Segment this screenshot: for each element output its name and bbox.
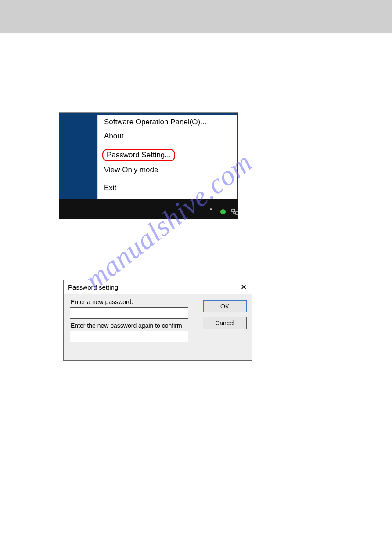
menu-item-sop[interactable]: Software Operation Panel(O)... bbox=[98, 115, 237, 129]
cancel-button[interactable]: Cancel bbox=[203, 317, 247, 329]
menu-item-exit[interactable]: Exit bbox=[98, 181, 237, 195]
ok-button[interactable]: OK bbox=[203, 300, 247, 312]
dialog-titlebar: Password setting ✕ bbox=[64, 280, 252, 294]
dialog-title: Password setting bbox=[68, 283, 118, 291]
menu-separator bbox=[98, 145, 237, 145]
close-icon[interactable]: ✕ bbox=[238, 283, 249, 292]
context-menu: Software Operation Panel(O)... About... … bbox=[97, 115, 237, 200]
password-setting-dialog: Password setting ✕ Enter a new password.… bbox=[63, 280, 252, 361]
tray-screenshot: Software Operation Panel(O)... About... … bbox=[59, 112, 238, 219]
svg-rect-1 bbox=[232, 209, 235, 212]
new-password-input[interactable] bbox=[70, 307, 188, 319]
menu-item-about[interactable]: About... bbox=[98, 129, 237, 143]
chevron-up-icon[interactable]: ˄ bbox=[206, 206, 215, 218]
network-icon[interactable] bbox=[231, 206, 238, 218]
menu-separator bbox=[98, 179, 237, 179]
page-top-band bbox=[0, 0, 392, 33]
tray-icons: ˄ bbox=[206, 206, 238, 218]
menu-item-password-setting[interactable]: Password Setting... bbox=[102, 149, 175, 161]
svg-point-0 bbox=[220, 209, 226, 214]
confirm-password-input[interactable] bbox=[70, 331, 188, 342]
tray-app-icon[interactable] bbox=[219, 206, 227, 218]
menu-item-view-only[interactable]: View Only mode bbox=[98, 163, 237, 177]
